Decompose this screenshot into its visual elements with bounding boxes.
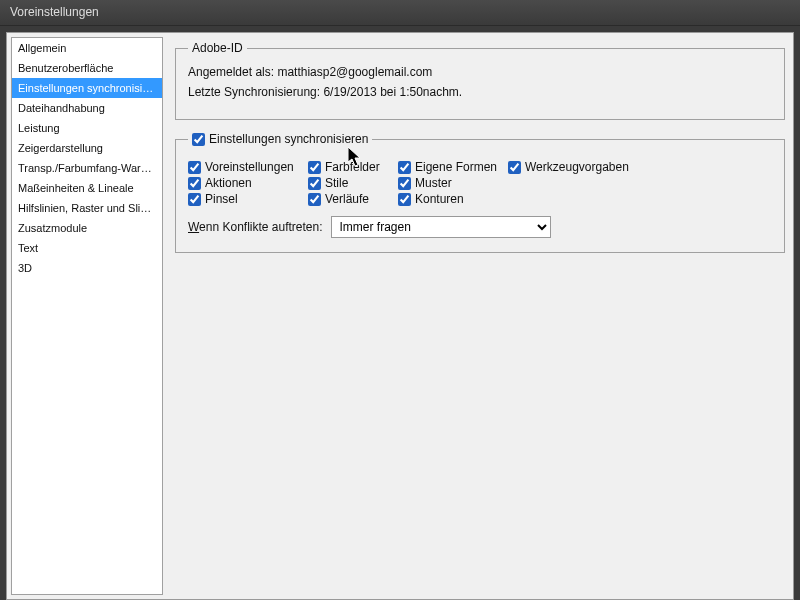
sidebar-item-transparency[interactable]: Transp./Farbumfang-Warnung — [12, 158, 162, 178]
last-sync-label: Letzte Synchronisierung: 6/19/2013 bei 1… — [188, 85, 772, 99]
sync-settings-group: Einstellungen synchronisieren Voreinstel… — [175, 132, 785, 253]
check-swatches[interactable]: Farbfelder — [308, 160, 398, 174]
window-titlebar: Voreinstellungen — [0, 0, 800, 26]
check-gradients[interactable]: Verläufe — [308, 192, 398, 206]
check-patterns[interactable]: Muster — [398, 176, 508, 190]
window-title: Voreinstellungen — [10, 5, 99, 19]
sidebar-item-file-handling[interactable]: Dateihandhabung — [12, 98, 162, 118]
sidebar-item-general[interactable]: Allgemein — [12, 38, 162, 58]
sidebar-item-units[interactable]: Maßeinheiten & Lineale — [12, 178, 162, 198]
check-actions[interactable]: Aktionen — [188, 176, 308, 190]
sync-master-legend: Einstellungen synchronisieren — [188, 132, 372, 146]
category-sidebar: Allgemein Benutzeroberfläche Einstellung… — [11, 37, 163, 595]
sidebar-item-3d[interactable]: 3D — [12, 258, 162, 278]
check-styles[interactable]: Stile — [308, 176, 398, 190]
content-panel: Adobe-ID Angemeldet als: matthiasp2@goog… — [167, 33, 793, 599]
dialog-body: Allgemein Benutzeroberfläche Einstellung… — [6, 32, 794, 600]
sync-master-checkbox[interactable] — [192, 133, 205, 146]
check-tool-presets[interactable]: Werkzeugvorgaben — [508, 160, 638, 174]
signed-in-label: Angemeldet als: matthiasp2@googlemail.co… — [188, 65, 772, 79]
sidebar-item-guides[interactable]: Hilfslinien, Raster und Slices — [12, 198, 162, 218]
sidebar-item-interface[interactable]: Benutzeroberfläche — [12, 58, 162, 78]
conflict-select[interactable]: Immer fragen — [331, 216, 551, 238]
sidebar-item-cursors[interactable]: Zeigerdarstellung — [12, 138, 162, 158]
sidebar-item-type[interactable]: Text — [12, 238, 162, 258]
sidebar-item-plugins[interactable]: Zusatzmodule — [12, 218, 162, 238]
sidebar-item-performance[interactable]: Leistung — [12, 118, 162, 138]
sync-master-label: Einstellungen synchronisieren — [209, 132, 368, 146]
sidebar-item-sync-settings[interactable]: Einstellungen synchronisieren — [12, 78, 162, 98]
conflict-label: Wenn Konflikte auftreten: — [188, 220, 323, 234]
check-shapes[interactable]: Eigene Formen — [398, 160, 508, 174]
check-brushes[interactable]: Pinsel — [188, 192, 308, 206]
adobe-id-group: Adobe-ID Angemeldet als: matthiasp2@goog… — [175, 41, 785, 120]
check-contours[interactable]: Konturen — [398, 192, 508, 206]
check-preferences[interactable]: Voreinstellungen — [188, 160, 308, 174]
adobe-id-legend: Adobe-ID — [188, 41, 247, 55]
